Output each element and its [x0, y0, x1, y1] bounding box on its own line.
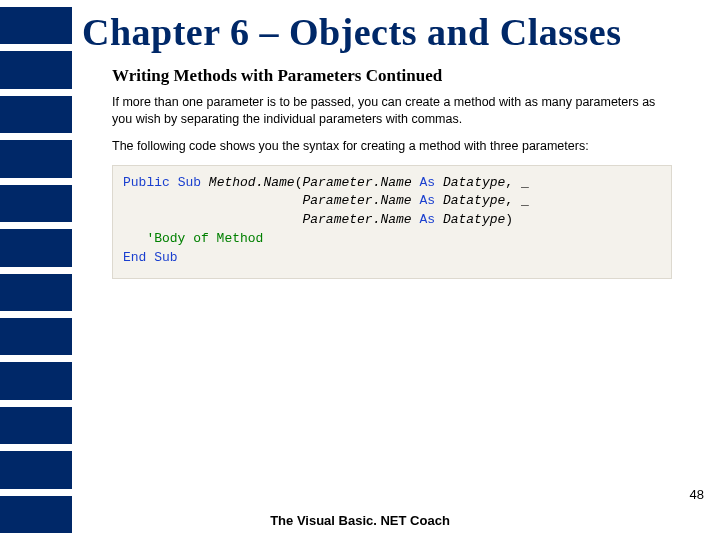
subheading: Writing Methods with Parameters Continue…	[112, 66, 700, 86]
footer: The Visual Basic. NET Coach	[0, 513, 720, 528]
kw-as-2: As	[419, 193, 435, 208]
code-comment: 'Body of Method	[146, 231, 263, 246]
sidebar	[0, 0, 72, 540]
code-cont-1: , _	[505, 175, 528, 190]
code-type-2: Datatype	[443, 193, 505, 208]
kw-public: Public	[123, 175, 170, 190]
kw-as-3: As	[419, 212, 435, 227]
paragraph-2: The following code shows you the syntax …	[112, 138, 672, 155]
code-method-name: Method.Name	[209, 175, 295, 190]
slide: Chapter 6 – Objects and Classes Writing …	[0, 0, 720, 540]
paragraph-1: If more than one parameter is to be pass…	[112, 94, 672, 128]
page-number: 48	[690, 487, 704, 502]
kw-end-sub: End Sub	[123, 250, 178, 265]
code-param-2: Parameter.Name	[302, 193, 411, 208]
code-param-3: Parameter.Name	[302, 212, 411, 227]
code-type-1: Datatype	[443, 175, 505, 190]
content-area: Chapter 6 – Objects and Classes Writing …	[82, 10, 700, 510]
kw-sub: Sub	[178, 175, 201, 190]
code-paren-close: )	[505, 212, 513, 227]
code-param-1: Parameter.Name	[302, 175, 411, 190]
code-block: Public Sub Method.Name(Parameter.Name As…	[112, 165, 672, 279]
code-type-3: Datatype	[443, 212, 505, 227]
code-cont-2: , _	[505, 193, 528, 208]
chapter-title: Chapter 6 – Objects and Classes	[82, 10, 700, 54]
kw-as-1: As	[420, 175, 436, 190]
